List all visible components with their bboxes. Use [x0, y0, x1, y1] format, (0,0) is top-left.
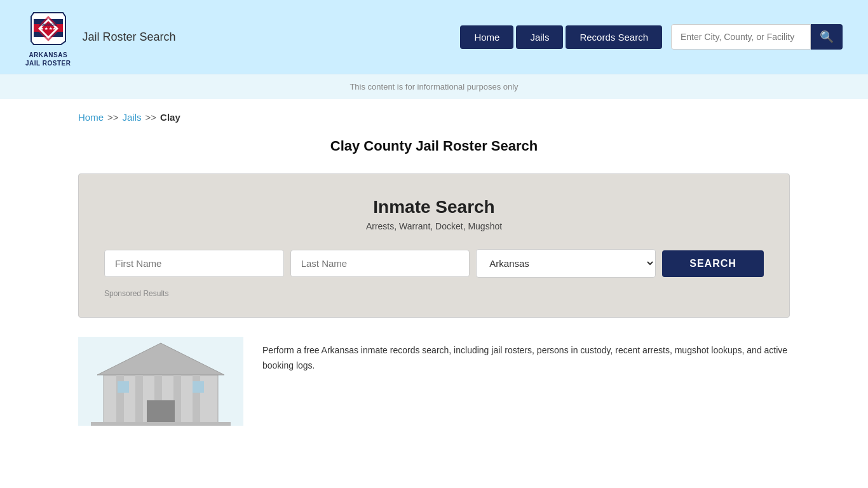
building-image — [78, 337, 243, 428]
site-header: ★ ★ ★ ★ ARKANSAS ARKANSAS JAIL ROSTER Ja… — [0, 0, 868, 74]
nav-jails-button[interactable]: Jails — [516, 25, 563, 49]
svg-rect-21 — [91, 422, 231, 426]
svg-text:★ ★ ★ ★: ★ ★ ★ ★ — [40, 27, 57, 30]
page-title: Clay County Jail Roster Search — [78, 138, 790, 154]
svg-rect-18 — [118, 381, 129, 393]
sponsored-label: Sponsored Results — [104, 289, 764, 298]
header-search-container: 🔍 — [671, 24, 843, 50]
search-icon: 🔍 — [820, 30, 834, 44]
nav-records-button[interactable]: Records Search — [566, 25, 662, 49]
nav-home-button[interactable]: Home — [460, 25, 513, 49]
first-name-input[interactable] — [104, 250, 284, 277]
inmate-search-subtitle: Arrests, Warrant, Docket, Mugshot — [104, 221, 764, 231]
inmate-search-card: Inmate Search Arrests, Warrant, Docket, … — [78, 173, 790, 318]
header-search-button[interactable]: 🔍 — [811, 24, 843, 50]
logo-container: ★ ★ ★ ★ ARKANSAS ARKANSAS JAIL ROSTER — [25, 6, 71, 67]
search-button[interactable]: SEARCH — [662, 250, 764, 277]
svg-rect-19 — [193, 381, 204, 393]
building-icon — [78, 337, 243, 426]
logo-icon: ★ ★ ★ ★ ARKANSAS — [26, 6, 71, 51]
logo-text: ARKANSAS JAIL ROSTER — [25, 51, 71, 67]
last-name-input[interactable] — [290, 250, 470, 277]
svg-text:ARKANSAS: ARKANSAS — [39, 23, 58, 27]
site-title: Jail Roster Search — [82, 30, 175, 44]
search-fields: AlabamaAlaskaArizonaArkansasCaliforniaCo… — [104, 249, 764, 278]
breadcrumb: Home >> Jails >> Clay — [78, 112, 790, 123]
header-left: ★ ★ ★ ★ ARKANSAS ARKANSAS JAIL ROSTER Ja… — [25, 6, 176, 67]
info-bar: This content is for informational purpos… — [0, 74, 868, 99]
breadcrumb-home[interactable]: Home — [78, 112, 104, 123]
main-content: Home >> Jails >> Clay Clay County Jail R… — [53, 99, 815, 447]
info-bar-text: This content is for informational purpos… — [349, 82, 518, 92]
svg-rect-13 — [135, 375, 143, 426]
breadcrumb-current: Clay — [160, 112, 180, 123]
breadcrumb-jails[interactable]: Jails — [123, 112, 142, 123]
breadcrumb-sep-1: >> — [107, 112, 119, 123]
main-nav: Home Jails Records Search 🔍 — [460, 24, 843, 50]
header-search-input[interactable] — [671, 24, 811, 50]
bottom-section: Perform a free Arkansas inmate records s… — [78, 337, 790, 428]
inmate-search-title: Inmate Search — [104, 197, 764, 217]
bottom-description: Perform a free Arkansas inmate records s… — [262, 337, 790, 374]
state-select[interactable]: AlabamaAlaskaArizonaArkansasCaliforniaCo… — [476, 249, 656, 278]
breadcrumb-sep-2: >> — [146, 112, 157, 123]
